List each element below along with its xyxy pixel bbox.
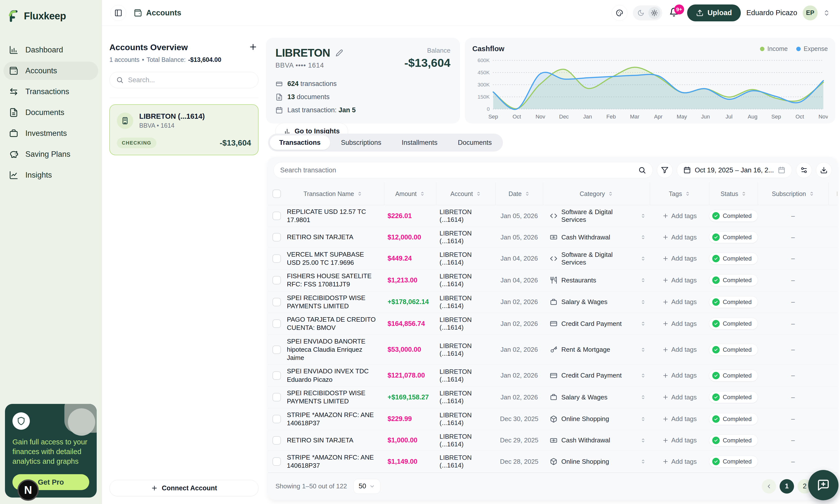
row-checkbox[interactable] xyxy=(273,276,281,284)
category-change-icon[interactable] xyxy=(641,299,646,305)
category-change-icon[interactable] xyxy=(641,438,646,443)
sidebar-item-insights[interactable]: Insights xyxy=(3,166,98,184)
chevrons-up-down-icon[interactable] xyxy=(823,10,830,16)
tab-documents[interactable]: Documents xyxy=(449,136,502,150)
feedback-chat-button[interactable] xyxy=(808,470,839,500)
column-header-status[interactable]: Status xyxy=(709,182,758,205)
sort-icon[interactable] xyxy=(525,191,530,197)
cell-category[interactable]: Online Shopping xyxy=(543,415,650,423)
cell-category[interactable]: Credit Card Payment xyxy=(543,372,650,379)
cell-category[interactable]: Cash Withdrawal xyxy=(543,234,650,241)
light-mode-button[interactable] xyxy=(648,7,660,19)
sort-icon[interactable] xyxy=(685,191,690,197)
sidebar-item-documents[interactable]: Documents xyxy=(3,103,98,122)
add-account-button[interactable] xyxy=(248,42,259,53)
category-change-icon[interactable] xyxy=(641,277,646,283)
table-row[interactable]: SPEI ENVIADO INVEX TDC Eduardo Picazo $1… xyxy=(268,365,837,386)
column-settings-button[interactable] xyxy=(796,162,812,178)
column-header-amount[interactable]: Amount xyxy=(384,182,436,205)
row-checkbox[interactable] xyxy=(273,254,281,263)
filter-button[interactable] xyxy=(657,162,673,178)
row-checkbox[interactable] xyxy=(273,233,281,241)
cell-add-tags[interactable]: Add tags xyxy=(650,346,709,354)
sort-icon[interactable] xyxy=(809,191,815,197)
cell-add-tags[interactable]: Add tags xyxy=(650,276,709,284)
column-header-transaction-name[interactable]: Transaction Name xyxy=(282,182,384,205)
row-checkbox[interactable] xyxy=(273,415,281,423)
accounts-search-input[interactable] xyxy=(128,76,252,84)
row-checkbox[interactable] xyxy=(273,320,281,328)
cell-add-tags[interactable]: Add tags xyxy=(650,212,709,220)
row-checkbox[interactable] xyxy=(273,298,281,306)
transaction-search-input[interactable] xyxy=(280,166,634,174)
table-row[interactable]: SPEI ENVIADO BANORTE hipoteca Claudia En… xyxy=(268,335,837,365)
cell-category[interactable]: Cash Withdrawal xyxy=(543,436,650,444)
cell-add-tags[interactable]: Add tags xyxy=(650,458,709,466)
column-header-tags[interactable]: Tags xyxy=(650,182,709,205)
column-header-date[interactable]: Date xyxy=(495,182,543,205)
edit-account-icon[interactable] xyxy=(336,49,343,57)
sort-icon[interactable] xyxy=(608,191,613,197)
cell-add-tags[interactable]: Add tags xyxy=(650,320,709,328)
category-change-icon[interactable] xyxy=(641,234,646,240)
row-checkbox[interactable] xyxy=(273,371,281,380)
search-icon[interactable] xyxy=(638,166,646,174)
page-button-1[interactable]: 1 xyxy=(780,479,794,493)
category-change-icon[interactable] xyxy=(641,321,646,326)
column-header-category[interactable]: Category xyxy=(543,182,650,205)
row-checkbox[interactable] xyxy=(273,457,281,466)
tab-subscriptions[interactable]: Subscriptions xyxy=(332,136,391,150)
cell-category[interactable]: Software & Digital Services xyxy=(543,251,650,266)
table-row[interactable]: RETIRO SIN TARJETA $12,000.00 LIBRETON (… xyxy=(268,227,837,248)
cell-category[interactable]: Online Shopping xyxy=(543,458,650,466)
avatar[interactable]: EP xyxy=(803,5,818,20)
row-checkbox[interactable] xyxy=(273,436,281,445)
table-row[interactable]: SPEI RECIBIDOSTP WISE PAYMENTS LIMITED +… xyxy=(268,386,837,408)
cell-add-tags[interactable]: Add tags xyxy=(650,234,709,241)
table-row[interactable]: PAGO TARJETA DE CREDITO CUENTA: BMOV $16… xyxy=(268,313,837,335)
category-change-icon[interactable] xyxy=(641,416,646,422)
category-change-icon[interactable] xyxy=(641,347,646,353)
theme-palette-button[interactable] xyxy=(612,5,628,21)
row-checkbox[interactable] xyxy=(273,393,281,401)
table-row[interactable]: STRIPE *AMAZON RFC: ANE 140618P37 $1,149… xyxy=(268,451,837,473)
cell-add-tags[interactable]: Add tags xyxy=(650,372,709,379)
category-change-icon[interactable] xyxy=(641,459,646,464)
prev-page-button[interactable] xyxy=(762,479,776,493)
account-card-libreton[interactable]: LIBRETON (...1614) BBVA • 1614 CHECKING … xyxy=(109,104,259,155)
date-range-picker[interactable]: Oct 19, 2025 – Jan 16, 2... xyxy=(677,162,792,178)
sort-icon[interactable] xyxy=(476,191,481,197)
cell-category[interactable]: Restaurants xyxy=(543,276,650,284)
category-change-icon[interactable] xyxy=(641,394,646,400)
page-size-select[interactable]: 50 xyxy=(353,479,380,494)
cell-category[interactable]: Rent & Mortgage xyxy=(543,346,650,354)
sort-icon[interactable] xyxy=(357,191,363,197)
table-row[interactable]: VERCEL MKT SUPABASE USD 25.00 TC 17.9696… xyxy=(268,248,837,270)
table-row[interactable]: FISHERS HOUSE SATELITE RFC: FSS 170811JT… xyxy=(268,270,837,291)
sidebar-toggle-button[interactable] xyxy=(110,5,126,21)
table-row[interactable]: RETIRO SIN TARJETA $1,000.00 LIBRETON (.… xyxy=(268,430,837,451)
download-button[interactable] xyxy=(816,162,832,178)
sidebar-item-saving-plans[interactable]: Saving Plans xyxy=(3,145,98,163)
sidebar-item-investments[interactable]: Investments xyxy=(3,124,98,143)
cell-add-tags[interactable]: Add tags xyxy=(650,298,709,306)
cell-add-tags[interactable]: Add tags xyxy=(650,255,709,262)
select-all-checkbox[interactable] xyxy=(273,190,281,198)
cell-category[interactable]: Credit Card Payment xyxy=(543,320,650,328)
cell-category[interactable]: Salary & Wages xyxy=(543,394,650,401)
connect-account-button[interactable]: Connect Account xyxy=(109,480,259,496)
row-checkbox[interactable] xyxy=(273,345,281,354)
category-change-icon[interactable] xyxy=(641,213,646,219)
sort-icon[interactable] xyxy=(741,191,747,197)
table-row[interactable]: STRIPE *AMAZON RFC: ANE 140618P37 $229.9… xyxy=(268,408,837,430)
cell-category[interactable]: Software & Digital Services xyxy=(543,208,650,223)
column-header-subscription[interactable]: Subscription xyxy=(758,182,828,205)
table-row[interactable]: REPLICATE USD 12.57 TC 17.9801 $226.01 L… xyxy=(268,205,837,227)
dark-mode-button[interactable] xyxy=(635,7,647,19)
cell-category[interactable]: Salary & Wages xyxy=(543,298,650,306)
tab-installments[interactable]: Installments xyxy=(392,136,447,150)
category-change-icon[interactable] xyxy=(641,256,646,261)
sidebar-item-dashboard[interactable]: Dashboard xyxy=(3,41,98,59)
cell-add-tags[interactable]: Add tags xyxy=(650,394,709,401)
cell-add-tags[interactable]: Add tags xyxy=(650,436,709,444)
